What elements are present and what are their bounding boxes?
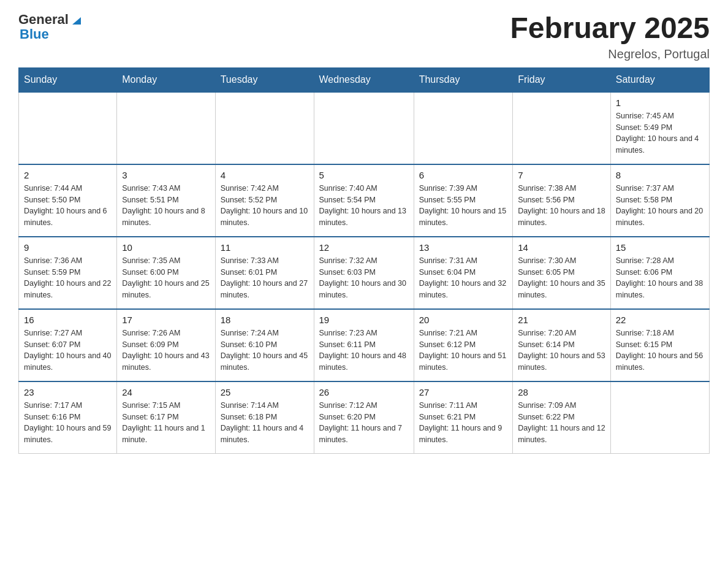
calendar-week-4: 16Sunrise: 7:27 AM Sunset: 6:07 PM Dayli… (19, 309, 710, 381)
header-day-tuesday: Tuesday (215, 67, 314, 92)
day-number: 26 (319, 387, 409, 397)
title-area: February 2025 Negrelos, Portugal (510, 12, 710, 61)
calendar-cell: 25Sunrise: 7:14 AM Sunset: 6:18 PM Dayli… (215, 381, 314, 454)
calendar-body: 1Sunrise: 7:45 AM Sunset: 5:49 PM Daylig… (19, 92, 710, 454)
day-info: Sunrise: 7:38 AM Sunset: 5:56 PM Dayligh… (518, 183, 605, 229)
day-info: Sunrise: 7:45 AM Sunset: 5:49 PM Dayligh… (616, 110, 704, 156)
day-number: 10 (122, 242, 210, 253)
calendar-cell: 27Sunrise: 7:11 AM Sunset: 6:21 PM Dayli… (414, 381, 512, 454)
calendar-table: SundayMondayTuesdayWednesdayThursdayFrid… (18, 67, 710, 454)
day-info: Sunrise: 7:43 AM Sunset: 5:51 PM Dayligh… (122, 183, 210, 229)
calendar-cell: 15Sunrise: 7:28 AM Sunset: 6:06 PM Dayli… (610, 237, 709, 309)
day-number: 23 (24, 387, 112, 397)
calendar-cell (215, 92, 314, 164)
day-info: Sunrise: 7:27 AM Sunset: 6:07 PM Dayligh… (24, 327, 112, 373)
calendar-cell (414, 92, 512, 164)
day-number: 22 (616, 315, 704, 325)
day-number: 11 (221, 242, 309, 253)
calendar-cell: 21Sunrise: 7:20 AM Sunset: 6:14 PM Dayli… (513, 309, 611, 381)
calendar-cell: 10Sunrise: 7:35 AM Sunset: 6:00 PM Dayli… (117, 237, 215, 309)
day-number: 28 (518, 387, 605, 397)
day-info: Sunrise: 7:39 AM Sunset: 5:55 PM Dayligh… (419, 183, 507, 229)
calendar-cell: 13Sunrise: 7:31 AM Sunset: 6:04 PM Dayli… (414, 237, 512, 309)
day-info: Sunrise: 7:17 AM Sunset: 6:16 PM Dayligh… (24, 400, 112, 446)
header-day-sunday: Sunday (19, 67, 117, 92)
calendar-cell: 7Sunrise: 7:38 AM Sunset: 5:56 PM Daylig… (513, 164, 611, 237)
calendar-cell: 8Sunrise: 7:37 AM Sunset: 5:58 PM Daylig… (610, 164, 709, 237)
day-number: 4 (221, 170, 309, 180)
day-number: 15 (616, 242, 704, 253)
header-day-thursday: Thursday (414, 67, 512, 92)
day-info: Sunrise: 7:30 AM Sunset: 6:05 PM Dayligh… (518, 255, 605, 301)
calendar-cell: 14Sunrise: 7:30 AM Sunset: 6:05 PM Dayli… (513, 237, 611, 309)
day-number: 27 (419, 387, 507, 397)
calendar-cell: 28Sunrise: 7:09 AM Sunset: 6:22 PM Dayli… (513, 381, 611, 454)
calendar-cell: 4Sunrise: 7:42 AM Sunset: 5:52 PM Daylig… (215, 164, 314, 237)
header-day-saturday: Saturday (610, 67, 709, 92)
day-info: Sunrise: 7:20 AM Sunset: 6:14 PM Dayligh… (518, 327, 605, 373)
day-info: Sunrise: 7:09 AM Sunset: 6:22 PM Dayligh… (518, 400, 605, 446)
calendar-cell: 12Sunrise: 7:32 AM Sunset: 6:03 PM Dayli… (314, 237, 414, 309)
calendar-cell: 19Sunrise: 7:23 AM Sunset: 6:11 PM Dayli… (314, 309, 414, 381)
header-day-friday: Friday (513, 67, 611, 92)
calendar-cell: 16Sunrise: 7:27 AM Sunset: 6:07 PM Dayli… (19, 309, 117, 381)
day-number: 19 (319, 315, 409, 325)
logo-triangle-icon (70, 13, 83, 27)
calendar-cell: 26Sunrise: 7:12 AM Sunset: 6:20 PM Dayli… (314, 381, 414, 454)
day-info: Sunrise: 7:32 AM Sunset: 6:03 PM Dayligh… (319, 255, 409, 301)
calendar-cell: 20Sunrise: 7:21 AM Sunset: 6:12 PM Dayli… (414, 309, 512, 381)
calendar-week-2: 2Sunrise: 7:44 AM Sunset: 5:50 PM Daylig… (19, 164, 710, 237)
day-info: Sunrise: 7:24 AM Sunset: 6:10 PM Dayligh… (221, 327, 309, 373)
calendar-cell (117, 92, 215, 164)
day-info: Sunrise: 7:23 AM Sunset: 6:11 PM Dayligh… (319, 327, 409, 373)
day-info: Sunrise: 7:44 AM Sunset: 5:50 PM Dayligh… (24, 183, 112, 229)
day-number: 20 (419, 315, 507, 325)
header-day-wednesday: Wednesday (314, 67, 414, 92)
day-info: Sunrise: 7:21 AM Sunset: 6:12 PM Dayligh… (419, 327, 507, 373)
day-number: 9 (24, 242, 112, 253)
day-info: Sunrise: 7:18 AM Sunset: 6:15 PM Dayligh… (616, 327, 704, 373)
calendar-cell: 22Sunrise: 7:18 AM Sunset: 6:15 PM Dayli… (610, 309, 709, 381)
calendar-cell: 23Sunrise: 7:17 AM Sunset: 6:16 PM Dayli… (19, 381, 117, 454)
day-info: Sunrise: 7:11 AM Sunset: 6:21 PM Dayligh… (419, 400, 507, 446)
calendar-header: SundayMondayTuesdayWednesdayThursdayFrid… (19, 67, 710, 92)
logo-general-text: General (18, 12, 69, 27)
calendar-week-3: 9Sunrise: 7:36 AM Sunset: 5:59 PM Daylig… (19, 237, 710, 309)
day-info: Sunrise: 7:42 AM Sunset: 5:52 PM Dayligh… (221, 183, 309, 229)
calendar-week-1: 1Sunrise: 7:45 AM Sunset: 5:49 PM Daylig… (19, 92, 710, 164)
header-day-monday: Monday (117, 67, 215, 92)
calendar-cell: 6Sunrise: 7:39 AM Sunset: 5:55 PM Daylig… (414, 164, 512, 237)
day-number: 7 (518, 170, 605, 180)
day-number: 24 (122, 387, 210, 397)
day-info: Sunrise: 7:40 AM Sunset: 5:54 PM Dayligh… (319, 183, 409, 229)
calendar-cell: 24Sunrise: 7:15 AM Sunset: 6:17 PM Dayli… (117, 381, 215, 454)
day-number: 18 (221, 315, 309, 325)
day-number: 1 (616, 98, 704, 108)
day-number: 17 (122, 315, 210, 325)
calendar-cell: 18Sunrise: 7:24 AM Sunset: 6:10 PM Dayli… (215, 309, 314, 381)
day-number: 25 (221, 387, 309, 397)
calendar-cell (610, 381, 709, 454)
calendar-cell (513, 92, 611, 164)
day-info: Sunrise: 7:15 AM Sunset: 6:17 PM Dayligh… (122, 400, 210, 446)
calendar-week-5: 23Sunrise: 7:17 AM Sunset: 6:16 PM Dayli… (19, 381, 710, 454)
calendar-cell: 17Sunrise: 7:26 AM Sunset: 6:09 PM Dayli… (117, 309, 215, 381)
day-number: 8 (616, 170, 704, 180)
calendar-cell: 1Sunrise: 7:45 AM Sunset: 5:49 PM Daylig… (610, 92, 709, 164)
calendar-cell (19, 92, 117, 164)
calendar-cell: 2Sunrise: 7:44 AM Sunset: 5:50 PM Daylig… (19, 164, 117, 237)
day-info: Sunrise: 7:12 AM Sunset: 6:20 PM Dayligh… (319, 400, 409, 446)
day-info: Sunrise: 7:26 AM Sunset: 6:09 PM Dayligh… (122, 327, 210, 373)
day-number: 12 (319, 242, 409, 253)
day-number: 5 (319, 170, 409, 180)
day-info: Sunrise: 7:28 AM Sunset: 6:06 PM Dayligh… (616, 255, 704, 301)
page-header: General Blue February 2025 Negrelos, Por… (18, 12, 710, 61)
day-info: Sunrise: 7:31 AM Sunset: 6:04 PM Dayligh… (419, 255, 507, 301)
calendar-cell: 5Sunrise: 7:40 AM Sunset: 5:54 PM Daylig… (314, 164, 414, 237)
day-number: 14 (518, 242, 605, 253)
logo-blue-text: Blue (20, 27, 83, 42)
day-number: 21 (518, 315, 605, 325)
day-info: Sunrise: 7:36 AM Sunset: 5:59 PM Dayligh… (24, 255, 112, 301)
day-number: 6 (419, 170, 507, 180)
calendar-cell: 11Sunrise: 7:33 AM Sunset: 6:01 PM Dayli… (215, 237, 314, 309)
